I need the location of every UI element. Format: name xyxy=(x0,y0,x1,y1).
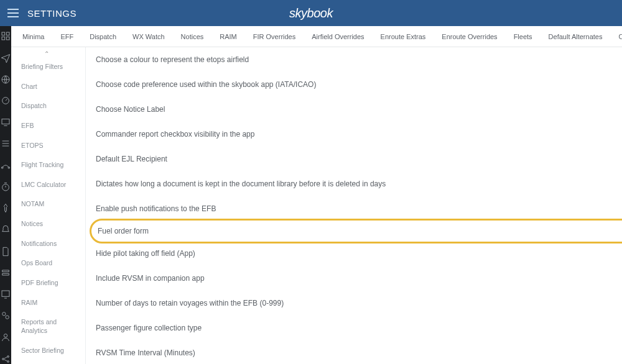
setting-label: Number of days to retain voyages within … xyxy=(96,299,622,307)
setting-label: Fuel order form xyxy=(98,227,622,235)
rail-share-icon[interactable] xyxy=(0,353,11,364)
settings-subnav: ⌃ Briefing Filters Chart Dispatch EFB ET… xyxy=(11,47,86,364)
tab-raim[interactable]: RAIM xyxy=(218,27,238,47)
rail-gauge-icon[interactable] xyxy=(0,96,11,106)
subnav-lmc[interactable]: LMC Calculator xyxy=(19,175,85,195)
subnav-reports[interactable]: Reports and Analytics xyxy=(19,312,85,340)
rail-doc-icon[interactable] xyxy=(0,246,11,257)
nav-rail xyxy=(0,26,11,364)
svg-rect-1 xyxy=(6,32,9,35)
tab-bar: Minima EFF Dispatch WX Watch Notices RAI… xyxy=(11,26,622,47)
page-title: SETTINGS xyxy=(27,8,77,19)
rail-monitor-icon[interactable] xyxy=(0,117,11,128)
tab-fleets[interactable]: Fleets xyxy=(513,27,534,47)
rail-pin-icon[interactable] xyxy=(0,203,11,214)
subnav-briefing-filters[interactable]: Briefing Filters xyxy=(19,57,85,77)
svg-point-12 xyxy=(6,316,9,319)
setting-label: RVSM Time Interval (Minutes) xyxy=(96,348,622,357)
rail-globe-icon[interactable] xyxy=(0,74,11,84)
tab-airfield[interactable]: Airfield Overrides xyxy=(310,27,365,47)
tab-notices[interactable]: Notices xyxy=(180,27,205,47)
svg-point-15 xyxy=(7,355,9,357)
tab-chart-def[interactable]: Chart Defaults xyxy=(617,27,622,47)
chevron-up-icon[interactable]: ⌃ xyxy=(19,51,75,57)
setting-label: Enable push notifications to the EFB xyxy=(96,204,622,213)
subnav-notam[interactable]: NOTAM xyxy=(19,194,85,214)
setting-label: Dictates how long a document is kept in … xyxy=(96,180,622,188)
setting-label: Hide pilot taking off field (App) xyxy=(96,249,622,258)
subnav-flight-tracking[interactable]: Flight Tracking xyxy=(19,155,85,175)
svg-point-14 xyxy=(2,358,4,360)
rail-grid-icon[interactable] xyxy=(0,31,11,42)
subnav-sector[interactable]: Sector Briefing xyxy=(19,341,85,361)
fuel-order-highlight: Fuel order form ADVANCED i xyxy=(90,219,622,243)
subnav-dispatch[interactable]: Dispatch xyxy=(19,96,85,116)
subnav-notices[interactable]: Notices xyxy=(19,214,85,234)
svg-rect-6 xyxy=(2,119,9,124)
setting-label: Choose Notice Label xyxy=(96,105,622,114)
subnav-pdfbriefing[interactable]: PDF Briefing xyxy=(19,273,85,293)
tab-enroute-extras[interactable]: Enroute Extras xyxy=(379,27,427,47)
subnav-notifications[interactable]: Notifications xyxy=(19,234,85,254)
subnav-efb[interactable]: EFB xyxy=(19,116,85,136)
setting-label: Passenger figure collection type xyxy=(96,324,622,332)
svg-rect-10 xyxy=(2,291,9,296)
rail-plane-icon[interactable] xyxy=(0,53,11,63)
tab-eff[interactable]: EFF xyxy=(59,27,75,47)
top-bar: SETTINGS skybook xyxy=(0,0,622,26)
settings-toggle-icon[interactable] xyxy=(7,9,19,17)
setting-label: Default EJL Recipient xyxy=(96,155,622,163)
setting-label: Choose a colour to represent the etops a… xyxy=(96,55,622,64)
brand-logo: skybook xyxy=(289,6,333,20)
tab-def-alt[interactable]: Default Alternates xyxy=(547,27,604,47)
subnav-opsboard[interactable]: Ops Board xyxy=(19,253,85,273)
svg-point-11 xyxy=(2,312,6,316)
svg-rect-3 xyxy=(6,37,9,40)
subnav-raim[interactable]: RAIM xyxy=(19,293,85,313)
subnav-skybookapp[interactable]: skybook App xyxy=(19,360,85,364)
svg-point-13 xyxy=(4,334,7,337)
tab-fir[interactable]: FIR Overrides xyxy=(252,27,297,47)
tab-dispatch[interactable]: Dispatch xyxy=(88,27,118,47)
subnav-chart[interactable]: Chart xyxy=(19,77,85,97)
svg-rect-0 xyxy=(2,32,5,35)
rail-list-icon[interactable] xyxy=(0,139,11,149)
rail-timer-icon[interactable] xyxy=(0,181,11,192)
tab-enroute-ovr[interactable]: Enroute Overrides xyxy=(440,27,498,47)
subnav-etops[interactable]: ETOPS xyxy=(19,136,85,156)
tab-minima[interactable]: Minima xyxy=(21,27,45,47)
rail-desktop-icon[interactable] xyxy=(0,289,11,300)
settings-panel: Choose a colour to represent the etops a… xyxy=(86,47,622,364)
setting-label: Commander report checkbox visibility in … xyxy=(96,130,622,139)
rail-bell-icon[interactable] xyxy=(0,225,11,235)
svg-rect-2 xyxy=(2,37,5,40)
setting-label: Choose code preference used within the s… xyxy=(96,80,622,89)
svg-point-9 xyxy=(2,184,9,191)
rail-gears-icon[interactable] xyxy=(0,311,11,321)
rail-user-icon[interactable] xyxy=(0,332,11,343)
setting-label: Include RVSM in companion app xyxy=(96,274,622,283)
rail-stack-icon[interactable] xyxy=(0,268,11,278)
rail-route-icon[interactable] xyxy=(0,160,11,171)
svg-point-16 xyxy=(7,360,9,362)
tab-wxwatch[interactable]: WX Watch xyxy=(131,27,166,47)
